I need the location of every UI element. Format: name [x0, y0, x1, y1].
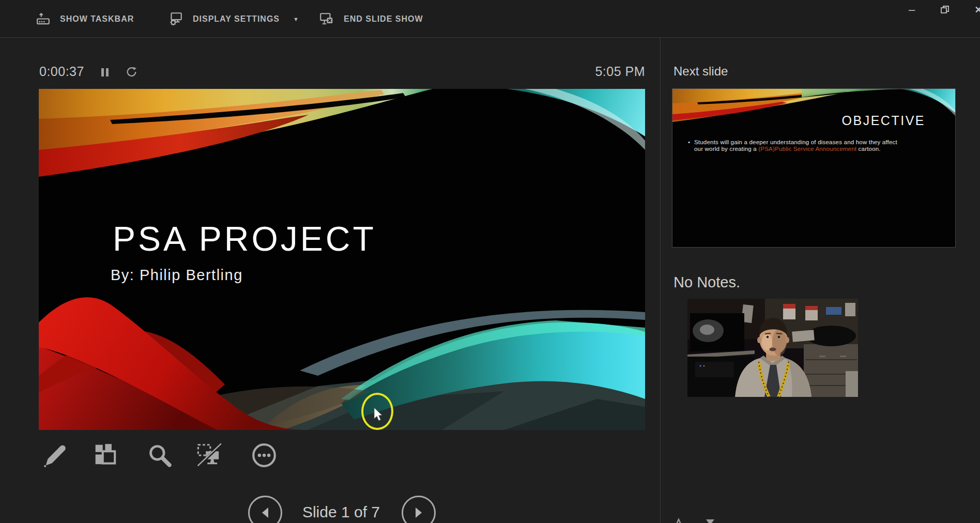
magnifier-icon [147, 442, 173, 468]
display-settings-label: DISPLAY SETTINGS [193, 14, 280, 24]
pause-icon [101, 68, 104, 76]
pen-icon [41, 442, 67, 468]
webcam-video-frame [687, 299, 858, 397]
next-slide-header: Next slide [673, 64, 728, 79]
show-taskbar-icon [36, 12, 51, 26]
minimize-icon: – [909, 3, 915, 17]
notes-text-larger-button[interactable] [672, 518, 685, 523]
close-button[interactable]: ✕ [970, 2, 980, 18]
display-settings-button[interactable]: DISPLAY SETTINGS ▼ [168, 7, 299, 31]
notes-text-smaller-button[interactable] [704, 518, 717, 523]
toolbar-divider [0, 37, 980, 38]
presenter-view-window: SHOW TASKBAR DISPLAY SETTINGS ▼ [0, 0, 980, 523]
next-slide-title: OBJECTIVE [842, 113, 925, 128]
black-screen-icon [196, 442, 224, 468]
bullet-glyph: • [688, 139, 694, 146]
clock-time: 5:05 PM [595, 64, 645, 79]
end-slide-show-button[interactable]: END SLIDE SHOW [319, 7, 423, 31]
previous-slide-button[interactable] [248, 496, 282, 523]
next-slide-preview[interactable]: OBJECTIVE •Students will gain a deeper u… [672, 89, 955, 247]
restore-button[interactable] [936, 2, 954, 18]
pen-tool-button[interactable] [38, 439, 70, 471]
next-slide-button[interactable] [402, 496, 436, 523]
restart-icon [126, 66, 137, 78]
bullet-highlight-text: (PSA)Public Service Announcement [758, 146, 856, 152]
notes-placeholder: No Notes. [673, 274, 740, 291]
display-settings-icon [168, 11, 183, 27]
text-smaller-icon [704, 518, 717, 523]
end-slide-show-label: END SLIDE SHOW [344, 14, 423, 24]
slide-background-art [39, 89, 645, 430]
ellipsis-icon [251, 442, 278, 469]
restore-icon [940, 5, 950, 14]
next-slide-arrow [414, 507, 424, 518]
slide-title: PSA PROJECT [113, 219, 376, 258]
next-slide-bullet: •Students will gain a deeper understandi… [688, 139, 932, 152]
slide-number-label: Slide 1 of 7 [288, 503, 394, 521]
webcam-video-thumbnail[interactable] [687, 299, 858, 397]
panel-divider [660, 38, 661, 523]
next-slide-background-art [672, 89, 955, 247]
previous-slide-arrow [260, 507, 270, 518]
current-slide-canvas[interactable]: PSA PROJECT By: Philip Bertling [39, 89, 645, 430]
end-slide-show-icon [319, 11, 334, 27]
text-larger-icon [672, 518, 685, 523]
see-all-slides-button[interactable] [90, 439, 122, 471]
black-screen-button[interactable] [192, 439, 227, 471]
elapsed-timer: 0:00:37 [39, 64, 84, 79]
close-icon: ✕ [974, 4, 980, 16]
see-all-slides-icon [93, 442, 119, 468]
mouse-cursor [374, 407, 383, 423]
show-taskbar-label: SHOW TASKBAR [60, 14, 134, 24]
minimize-button[interactable]: – [903, 2, 921, 18]
slide-byline: By: Philip Bertling [111, 267, 243, 284]
show-taskbar-button[interactable]: SHOW TASKBAR [36, 7, 134, 31]
display-settings-caret: ▼ [293, 16, 299, 22]
top-toolbar: SHOW TASKBAR DISPLAY SETTINGS ▼ [0, 0, 980, 37]
more-options-button[interactable] [248, 439, 280, 471]
restart-timer-button[interactable] [126, 66, 137, 80]
zoom-slide-button[interactable] [144, 439, 176, 471]
